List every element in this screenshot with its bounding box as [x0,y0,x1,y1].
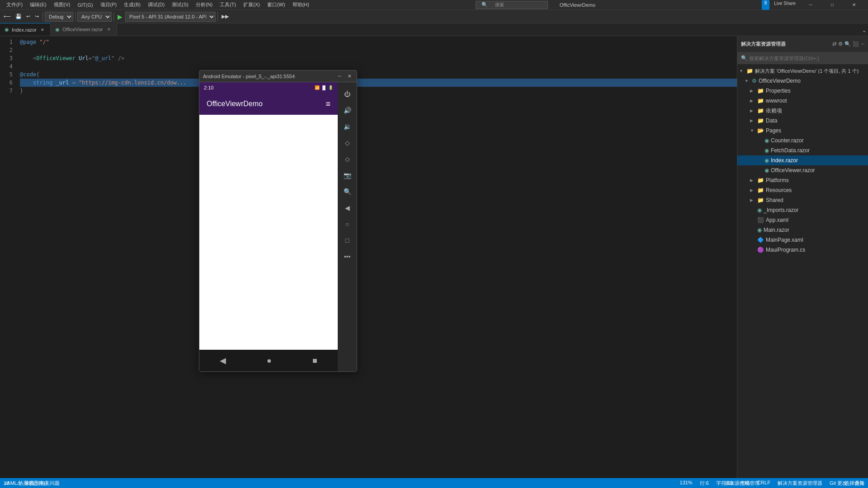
emulator-side-controls: ⏻ 🔊 🔉 ◇ ◇ 📷 🔍 ◀ ○ □ ••• [338,82,357,371]
wifi-icon: 📶 [315,85,320,90]
tree-fetchdata-razor[interactable]: ▶ ◉ FetchData.razor [737,145,868,155]
emu-home-btn[interactable]: ○ [341,218,354,230]
emu-zoom-btn[interactable]: 🔍 [341,185,354,198]
emu-back-btn[interactable]: ◀ [341,202,354,214]
tree-solution-root[interactable]: ▼ 📁 解决方案 'OfficeViewrDemo' (1 个项目, 共 1 个… [737,66,868,76]
emu-overview-btn[interactable]: □ [341,234,354,247]
tree-shared[interactable]: ▶ 📁 Shared [737,195,868,205]
resources-expand-arrow: ▶ [750,188,755,192]
fetchdata-razor-icon: ◉ [764,147,769,154]
phone-home-btn[interactable]: ● [267,356,272,366]
tree-data[interactable]: ▶ 📁 Data [737,116,868,126]
project-expand-arrow: ▼ [745,79,750,83]
menu-search-box[interactable]: 🔍 搜索 [476,1,548,9]
minimize-button[interactable]: ─ [800,0,821,10]
platform-select[interactable]: Any CPU [77,12,112,22]
emulator-close-btn[interactable]: ✕ [346,73,353,80]
tree-wwwroot[interactable]: ▶ 📁 wwwroot [737,96,868,106]
phone-back-btn[interactable]: ◀ [220,356,226,366]
menu-item-edit[interactable]: 编辑(E) [27,0,49,9]
tree-properties[interactable]: ▶ 📁 Properties [737,86,868,96]
close-button[interactable]: ✕ [844,0,864,10]
tree-app-xaml[interactable]: ▶ ⬛ App.xaml [737,215,868,225]
emu-more-btn[interactable]: ••• [341,250,354,263]
tree-platforms[interactable]: ▶ 📁 Platforms [737,175,868,185]
live-share-btn[interactable]: Live Share [770,0,799,10]
tab-officeviewer-razor[interactable]: ◉ OfficeViewer.razor ✕ [51,23,117,36]
phone-status-bar: 2:10 📶 ▐▌ 🔋 [199,82,338,93]
emu-screenshot-btn[interactable]: 📷 [341,169,354,182]
tree-imports-razor[interactable]: ▶ ◉ _Imports.razor [737,205,868,215]
indent-label: 空格 [740,480,750,487]
code-content[interactable]: @page "/" <OfficeViewer Url="@_url" /> @… [16,36,737,478]
tree-dependencies[interactable]: ▶ 📁 依赖项 [737,106,868,116]
run-button[interactable]: ▶ [116,11,124,22]
tree-mainpage-xaml[interactable]: ▶ 🔷 MainPage.xaml [737,235,868,245]
menu-item-extensions[interactable]: 扩展(X) [241,0,263,9]
menu-item-window[interactable]: 窗口(W) [264,0,288,9]
emu-vol-up-btn[interactable]: 🔊 [341,104,354,117]
menu-item-build[interactable]: 生成(B) [121,0,143,9]
se-search-input[interactable] [749,56,864,61]
battery-icon: 🔋 [328,85,333,90]
menu-item-git[interactable]: GIT(G) [75,1,95,9]
code-line-2 [20,46,737,54]
tree-mauiprogram-cs[interactable]: ▶ 🟣 MauiProgram.cs [737,245,868,255]
phone-screen: 2:10 📶 ▐▌ 🔋 OfficeViewrDemo ≡ ◀ [199,82,338,371]
menu-item-debug[interactable]: 调试(D) [145,0,167,9]
phone-content [199,115,338,350]
tree-counter-razor[interactable]: ▶ ◉ Counter.razor [737,136,868,145]
maximize-button[interactable]: □ [822,0,843,10]
tree-officeviewer-razor[interactable]: ▶ ◉ OfficeViewer.razor [737,165,868,175]
hamburger-menu-icon[interactable]: ≡ [326,99,330,109]
wwwroot-label: wwwroot [766,98,787,104]
menu-item-test[interactable]: 测试(S) [169,0,191,9]
se-search-btn[interactable]: 🔍 [844,41,851,47]
deps-label: 依赖项 [766,107,782,115]
phone-recent-btn[interactable]: ■ [312,356,317,366]
toolbar-back-btn[interactable]: ⟵ [2,11,13,22]
emu-rotate-btn[interactable]: ◇ [341,136,354,149]
menu-item-file[interactable]: 文件(F) [4,0,25,9]
tab-expand-btn[interactable]: ⌄ [860,25,868,36]
menu-item-tools[interactable]: 工具(T) [217,0,239,9]
solution-expand-arrow: ▼ [739,69,745,73]
emu-vol-down-btn[interactable]: 🔉 [341,120,354,133]
se-minimize-btn[interactable]: ─ [861,41,864,47]
menu-item-project[interactable]: 项目(P) [98,0,120,9]
emulator-title-bar: Android Emulator - pixel_5_-._api31:5554… [199,70,357,82]
app-xaml-label: App.xaml [766,217,788,223]
solution-tree: ▼ 📁 解决方案 'OfficeViewrDemo' (1 个项目, 共 1 个… [737,64,868,478]
se-expand-btn[interactable]: ⬛ [853,41,859,47]
toolbar-more-btn[interactable]: ▶▶ [220,11,231,22]
emu-power-btn[interactable]: ⏻ [341,88,354,100]
menu-bar: 文件(F) 编辑(E) 视图(V) GIT(G) 项目(P) 生成(B) 调试(… [0,0,868,10]
tab-index-razor[interactable]: ◉ Index.razor ✕ [0,23,51,36]
tree-project[interactable]: ▼ ⚙ OfficeViewrDemo [737,76,868,86]
emu-fold-btn[interactable]: ◇ [341,153,354,165]
solution-explorer: 解决方案资源管理器 ⇄ ⚙ 🔍 ⬛ ─ 🔍 ▼ 📁 解决方案 'OfficeVi… [737,36,868,478]
se-properties-btn[interactable]: ⚙ [838,41,843,47]
debug-mode-select[interactable]: Debug [45,12,73,22]
emulator-minimize-btn[interactable]: ─ [336,73,343,80]
toolbar-save-btn[interactable]: 💾 [14,11,24,22]
menu-item-analyze[interactable]: 分析(N) [193,0,215,9]
tab-close-index[interactable]: ✕ [39,27,46,33]
se-sync-btn[interactable]: ⇄ [832,41,836,47]
solution-explorer-title: 解决方案资源管理器 [741,41,786,47]
menu-item-view[interactable]: 视图(V) [51,0,73,9]
menu-item-help[interactable]: 帮助(H) [290,0,312,9]
toolbar-undo-btn[interactable]: ↩ [24,11,32,22]
toolbar-redo-btn[interactable]: ↪ [33,11,41,22]
app-xaml-icon: ⬛ [757,217,764,223]
tab-close-officeviewer[interactable]: ✕ [106,26,112,33]
run-target-select[interactable]: Pixel 5 - API 31 (Android 12.0 - API 31) [125,12,216,22]
tree-resources[interactable]: ▶ 📁 Resources [737,185,868,195]
tree-pages[interactable]: ▼ 📂 Pages [737,126,868,136]
zoom-level: 131% [680,480,693,487]
tab-label-index: Index.razor [12,27,37,33]
solution-explorer-search[interactable]: 🔍 [737,52,868,64]
tree-index-razor[interactable]: ▶ ◉ Index.razor [737,155,868,165]
tree-main-razor[interactable]: ▶ ◉ Main.razor [737,225,868,235]
code-editor[interactable]: 1 2 3 4 5 6 7 @page "/" <OfficeViewer Ur… [0,36,737,478]
